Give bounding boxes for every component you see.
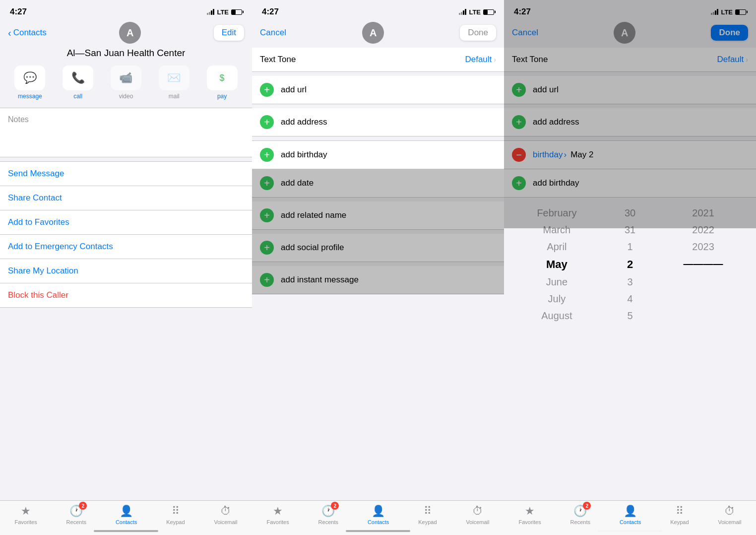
add-birthday-label: add birthday (281, 150, 327, 160)
add-birthday-row-3[interactable]: + add birthday (504, 169, 756, 198)
picker-year-2022: 2022 (654, 222, 752, 237)
tab-contacts-2[interactable]: 👤 Contacts (368, 505, 389, 525)
picker-month-may: May (508, 256, 606, 272)
favorites-label: Favorites (14, 519, 37, 525)
favorites-label-2: Favorites (266, 519, 289, 525)
signal-icon-3 (711, 9, 718, 15)
add-related-name-row[interactable]: + add related name (252, 201, 504, 230)
video-label: video (119, 93, 133, 100)
add-url-label-3: add url (533, 85, 559, 95)
add-favorites-item[interactable]: Add to Favorites (0, 210, 252, 235)
birthday-row[interactable]: − birthday › May 2 (504, 140, 756, 169)
keypad-label-2: Keypad (418, 519, 437, 525)
done-button-3[interactable]: Done (711, 25, 748, 41)
picker-day-1: 1 (606, 239, 654, 254)
call-icon: 📞 (63, 66, 93, 90)
tab-recents-2[interactable]: 🕐 2 Recents (318, 505, 338, 525)
text-tone-value-2: Default › (465, 55, 496, 65)
tab-voicemail-3[interactable]: ⏱ Voicemail (718, 505, 741, 525)
tab-favorites[interactable]: ★ Favorites (14, 505, 37, 525)
share-location-item[interactable]: Share My Location (0, 259, 252, 283)
time-2: 4:27 (262, 7, 279, 17)
share-contact-item[interactable]: Share Contact (0, 186, 252, 210)
picker-month-jun: June (508, 274, 606, 289)
birthday-minus-icon[interactable]: − (512, 148, 526, 162)
month-picker[interactable]: February March April May June July Augus… (508, 205, 606, 527)
battery-icon-3 (735, 9, 746, 15)
voicemail-icon-2: ⏱ (472, 505, 483, 518)
contacts-label-2: Contacts (368, 519, 389, 525)
message-action[interactable]: 💬 message (14, 66, 45, 100)
keypad-label-3: Keypad (670, 519, 689, 525)
tab-voicemail-2[interactable]: ⏱ Voicemail (466, 505, 489, 525)
panel-3: 4:27 LTE Cancel A Done Text Tone Default… (504, 0, 756, 535)
cancel-button-2[interactable]: Cancel (260, 28, 286, 38)
text-tone-label-3: Text Tone (512, 55, 548, 65)
add-emergency-item[interactable]: Add to Emergency Contacts (0, 235, 252, 259)
tab-recents[interactable]: 🕐 2 Recents (66, 505, 86, 525)
contacts-icon: 👤 (120, 505, 133, 518)
contacts-label-3: Contacts (620, 519, 641, 525)
tab-keypad-3[interactable]: ⠿ Keypad (670, 505, 689, 525)
tab-keypad[interactable]: ⠿ Keypad (166, 505, 185, 525)
add-url-plus-icon: + (260, 83, 274, 97)
status-icons-3: LTE (711, 8, 746, 16)
nav-bar-1: ‹ Contacts A Edit (0, 20, 252, 48)
back-button[interactable]: ‹ Contacts (8, 27, 47, 39)
recents-label-2: Recents (318, 519, 338, 525)
tab-contacts[interactable]: 👤 Contacts (116, 505, 137, 525)
add-url-plus-icon-3: + (512, 83, 526, 97)
avatar-2: A (362, 22, 384, 44)
action-list: Send Message Share Contact Add to Favori… (0, 161, 252, 308)
lte-label: LTE (217, 8, 229, 16)
date-picker[interactable]: February March April May June July Augus… (504, 198, 756, 535)
recents-label: Recents (66, 519, 86, 525)
picker-day-4: 4 (606, 291, 654, 306)
add-social-label: add social profile (281, 243, 344, 253)
video-action[interactable]: 📹 video (111, 66, 141, 100)
add-social-row[interactable]: + add social profile (252, 234, 504, 262)
add-url-label: add url (281, 85, 307, 95)
call-action[interactable]: 📞 call (63, 66, 93, 100)
favorites-label-3: Favorites (518, 519, 541, 525)
panel-2: 4:27 LTE Cancel A Done Text Tone Default… (252, 0, 504, 535)
add-instant-row[interactable]: + add instant message (252, 266, 504, 294)
add-social-plus-icon: + (260, 241, 274, 255)
year-picker[interactable]: 2021 2022 2023 ———— (654, 205, 752, 527)
panel-1: 4:27 LTE ‹ Contacts A Edit Al—San Juan H… (0, 0, 252, 535)
add-address-label-3: add address (533, 117, 579, 127)
pay-action[interactable]: $ pay (207, 66, 238, 100)
add-url-row-3[interactable]: + add url (504, 76, 756, 104)
back-label: Contacts (13, 28, 47, 38)
text-tone-row-2[interactable]: Text Tone Default › (252, 48, 504, 72)
day-picker[interactable]: 30 31 1 2 3 4 5 (606, 205, 654, 527)
picker-month-mar: March (508, 222, 606, 237)
mail-action[interactable]: ✉️ mail (159, 66, 189, 100)
add-url-row[interactable]: + add url (252, 76, 504, 104)
picker-day-3: 3 (606, 274, 654, 289)
voicemail-icon-3: ⏱ (724, 505, 735, 518)
text-tone-row-3[interactable]: Text Tone Default › (504, 48, 756, 72)
add-address-row-3[interactable]: + add address (504, 108, 756, 136)
block-caller-item[interactable]: Block this Caller (0, 283, 252, 307)
edit-button[interactable]: Edit (214, 25, 244, 41)
done-button-2[interactable]: Done (460, 25, 496, 41)
tab-recents-3[interactable]: 🕐 2 Recents (570, 505, 590, 525)
status-icons-2: LTE (459, 8, 494, 16)
tab-voicemail[interactable]: ⏱ Voicemail (214, 505, 237, 525)
tab-keypad-2[interactable]: ⠿ Keypad (418, 505, 437, 525)
tab-favorites-2[interactable]: ★ Favorites (266, 505, 289, 525)
send-message-item[interactable]: Send Message (0, 162, 252, 186)
birthday-field-label[interactable]: birthday › (533, 150, 567, 160)
tab-contacts-3[interactable]: 👤 Contacts (620, 505, 641, 525)
tab-favorites-3[interactable]: ★ Favorites (518, 505, 541, 525)
add-address-row[interactable]: + add address (252, 108, 504, 136)
pay-icon: $ (207, 66, 238, 90)
add-date-row[interactable]: + add date (252, 169, 504, 198)
add-address-plus-icon-3: + (512, 115, 526, 129)
keypad-icon: ⠿ (172, 505, 180, 518)
birthday-value: May 2 (570, 150, 593, 160)
add-birthday-row[interactable]: + add birthday (252, 140, 504, 169)
status-bar-3: 4:27 LTE (504, 0, 756, 20)
cancel-button-3[interactable]: Cancel (512, 28, 538, 38)
